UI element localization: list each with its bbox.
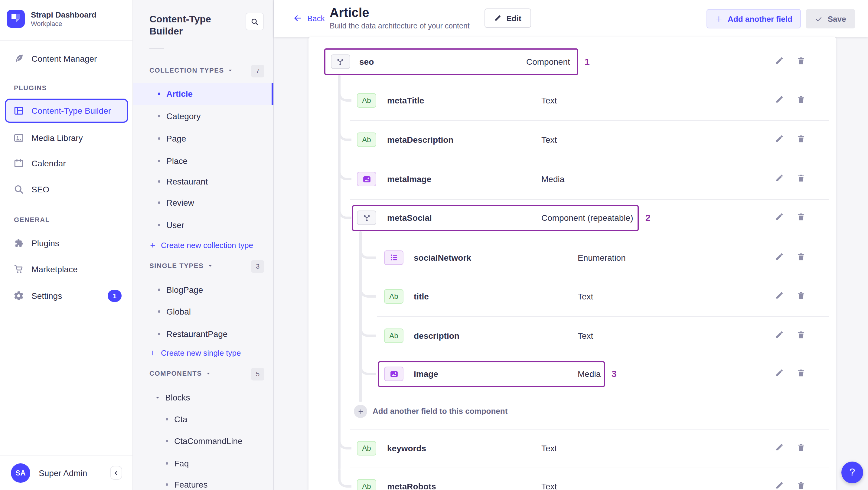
delete-field-button[interactable] [797, 368, 807, 379]
active-indicator [272, 83, 273, 105]
sidebar-item-content-type-builder[interactable]: Content-Type Builder [5, 99, 128, 123]
subnav-item-restaurant[interactable]: Restaurant [133, 170, 273, 193]
sidebar-item-content-manager[interactable]: Content Manager [5, 46, 128, 70]
row-separator [350, 468, 829, 468]
subnav-item-category[interactable]: Category [133, 105, 273, 127]
main-sidebar: Strapi Dashboard Workplace Content Manag… [0, 0, 133, 490]
workspace-brand[interactable]: Strapi Dashboard Workplace [7, 10, 96, 28]
caret-down-icon [228, 67, 233, 73]
bullet-icon [158, 180, 160, 183]
settings-badge: 1 [108, 290, 122, 302]
tree-branch [359, 319, 376, 337]
add-field-to-component-button[interactable] [354, 405, 367, 418]
main-area: Back Article Build the data architecture… [274, 0, 868, 490]
delete-field-button[interactable] [797, 95, 807, 105]
row-separator [350, 199, 829, 199]
subnav-item-cta[interactable]: Cta [133, 408, 273, 430]
subnav-link-create-new-single-type[interactable]: Create new single type [149, 348, 241, 358]
field-name: metaImage [387, 174, 431, 184]
subnav-divider [149, 49, 164, 49]
field-type: Text [541, 135, 557, 145]
edit-button[interactable]: Edit [485, 8, 531, 28]
edit-field-button[interactable] [775, 174, 786, 184]
edit-field-button[interactable] [775, 368, 786, 379]
trash-icon [797, 330, 806, 339]
subnav-item-user[interactable]: User [133, 214, 273, 236]
row-separator [350, 120, 829, 121]
bullet-icon [166, 440, 168, 442]
subnav-item-page[interactable]: Page [133, 127, 273, 149]
delete-field-button[interactable] [797, 174, 807, 184]
subnav-item-review[interactable]: Review [133, 191, 273, 214]
subnav-link-create-new-collection-type[interactable]: Create new collection type [149, 241, 253, 249]
search-button[interactable] [246, 13, 264, 30]
edit-field-button[interactable] [775, 56, 786, 67]
bullet-icon [158, 115, 160, 117]
delete-field-button[interactable] [797, 291, 807, 302]
user-row: SA Super Admin [0, 456, 133, 490]
strapi-app: Strapi Dashboard Workplace Content Manag… [0, 0, 868, 490]
edit-field-button[interactable] [775, 443, 786, 454]
subnav-item-global[interactable]: Global [133, 300, 273, 323]
sidebar-item-calendar[interactable]: Calendar [5, 151, 128, 175]
field-name: socialNetwork [414, 252, 471, 262]
delete-field-button[interactable] [797, 330, 807, 341]
subnav-item-faq[interactable]: Faq [133, 452, 273, 474]
pencil-icon [775, 368, 784, 377]
delete-field-button[interactable] [797, 134, 807, 145]
subnav-item-blogpage[interactable]: BlogPage [133, 279, 273, 301]
delete-field-button[interactable] [797, 481, 807, 490]
bullet-icon [158, 93, 160, 95]
general-section-label: GENERAL [14, 216, 50, 223]
delete-field-button[interactable] [797, 56, 807, 67]
row-separator [377, 316, 829, 317]
annotation-box-2 [352, 205, 639, 231]
delete-field-button[interactable] [797, 212, 807, 223]
edit-field-button[interactable] [775, 134, 786, 145]
fields-table-card: seoComponent1AbmetaTitleTextAbmetaDescri… [309, 37, 836, 490]
back-link[interactable]: Back [293, 13, 325, 23]
subnav-section-single-types[interactable]: SINGLE TYPES [149, 262, 213, 269]
bullet-icon [158, 159, 160, 162]
sidebar-item-seo[interactable]: SEO [5, 178, 128, 202]
page-title: Article [330, 5, 369, 20]
avatar[interactable]: SA [11, 463, 30, 483]
field-name: metaTitle [387, 95, 424, 105]
help-button[interactable]: ? [841, 462, 863, 483]
plus-icon [149, 242, 156, 248]
caret-down-icon [206, 370, 211, 376]
subnav-badge-collection-types: 7 [251, 64, 264, 77]
edit-field-button[interactable] [775, 291, 786, 302]
add-field-to-component-label[interactable]: Add another field to this component [373, 406, 507, 416]
ctb-subnav: Content-Type Builder COLLECTION TYPES7Ar… [133, 0, 274, 490]
subnav-group-blocks[interactable]: Blocks [155, 393, 190, 402]
sidebar-item-media-library[interactable]: Media Library [5, 125, 128, 150]
subnav-section-components[interactable]: COMPONENTS [149, 370, 211, 377]
tree-line [359, 231, 362, 402]
subnav-item-place[interactable]: Place [133, 149, 273, 172]
plus-icon [357, 408, 364, 415]
tree-branch [338, 83, 351, 101]
collapse-sidebar-button[interactable] [110, 466, 122, 480]
edit-field-button[interactable] [775, 252, 786, 263]
add-another-field-button[interactable]: Add another field [707, 9, 801, 28]
row-separator [377, 277, 829, 278]
edit-field-button[interactable] [775, 330, 786, 341]
subnav-item-article[interactable]: Article [133, 83, 273, 105]
edit-field-button[interactable] [775, 481, 786, 490]
plus-icon [715, 15, 723, 23]
subnav-item-restaurantpage[interactable]: RestaurantPage [133, 323, 273, 345]
subnav-section-collection-types[interactable]: COLLECTION TYPES [149, 66, 233, 74]
edit-field-button[interactable] [775, 95, 786, 105]
delete-field-button[interactable] [797, 443, 807, 454]
delete-field-button[interactable] [797, 252, 807, 263]
edit-field-button[interactable] [775, 212, 786, 223]
settings-gear-icon [13, 290, 24, 301]
sidebar-item-plugins[interactable]: Plugins [5, 231, 128, 255]
tree-branch [359, 279, 376, 298]
save-button[interactable]: Save [806, 9, 855, 28]
bullet-icon [158, 333, 160, 335]
sidebar-item-marketplace[interactable]: Marketplace [5, 257, 128, 282]
subnav-item-features[interactable]: Features [133, 473, 273, 490]
subnav-item-ctacommandline[interactable]: CtaCommandLine [133, 430, 273, 452]
